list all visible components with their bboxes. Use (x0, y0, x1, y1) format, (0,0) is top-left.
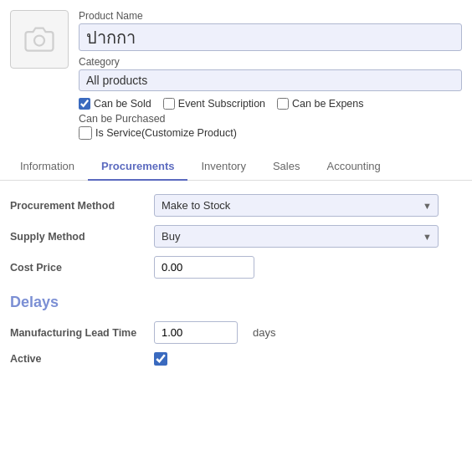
can-be-purchased-label: Can be Purchased (79, 113, 462, 125)
can-be-purchased-row: Can be Purchased Is Service(Customize Pr… (79, 113, 462, 140)
procurement-method-select[interactable]: Make to Stock Make to Order (154, 194, 439, 217)
can-be-expense-label: Can be Expens (292, 98, 363, 110)
is-service-checkbox-item[interactable]: Is Service(Customize Product) (79, 126, 462, 140)
delays-title: Delays (10, 294, 462, 311)
product-fields: Product Name Category Can be Sold Event … (79, 10, 462, 140)
is-service-checkbox[interactable] (79, 126, 92, 140)
days-label: days (253, 326, 275, 339)
tabs-bar: Information Procurements Inventory Sales… (0, 153, 472, 181)
cost-price-input[interactable] (154, 256, 254, 279)
cost-price-label: Cost Price (10, 262, 144, 274)
supply-method-select-wrapper: Buy Produce Resupply ▼ (154, 225, 439, 248)
category-input[interactable] (79, 69, 462, 91)
mlt-row: Manufacturing Lead Time days (10, 321, 462, 344)
tab-accounting[interactable]: Accounting (313, 153, 393, 181)
active-label: Active (10, 353, 144, 365)
svg-point-0 (34, 36, 44, 46)
cost-price-row: Cost Price (10, 256, 462, 279)
product-name-input[interactable] (79, 23, 462, 51)
mlt-input[interactable] (154, 321, 238, 344)
tab-information[interactable]: Information (7, 153, 88, 181)
is-service-label: Is Service(Customize Product) (95, 127, 237, 139)
event-subscription-checkbox-item[interactable]: Event Subscription (163, 98, 265, 110)
tab-inventory[interactable]: Inventory (187, 153, 259, 181)
event-subscription-label: Event Subscription (178, 98, 265, 110)
procurement-method-label: Procurement Method (10, 200, 144, 212)
delays-section: Delays Manufacturing Lead Time days Acti… (10, 294, 462, 366)
can-be-expense-checkbox[interactable] (277, 98, 289, 110)
supply-method-row: Supply Method Buy Produce Resupply ▼ (10, 225, 462, 248)
event-subscription-checkbox[interactable] (163, 98, 175, 110)
tab-content-procurements: Procurement Method Make to Stock Make to… (0, 181, 472, 387)
mlt-label: Manufacturing Lead Time (10, 327, 144, 339)
product-image (10, 10, 69, 69)
procurement-method-select-wrapper: Make to Stock Make to Order ▼ (154, 194, 439, 217)
can-be-sold-label: Can be Sold (94, 98, 151, 110)
active-row: Active (10, 352, 462, 366)
can-be-expense-checkbox-item[interactable]: Can be Expens (277, 98, 363, 110)
procurement-method-row: Procurement Method Make to Stock Make to… (10, 194, 462, 217)
product-header: Product Name Category Can be Sold Event … (0, 0, 472, 146)
product-name-label: Product Name (79, 10, 462, 22)
active-checkbox[interactable] (154, 352, 167, 366)
category-label: Category (79, 56, 462, 68)
tab-sales[interactable]: Sales (259, 153, 314, 181)
can-be-sold-checkbox[interactable] (79, 98, 90, 110)
supply-method-select[interactable]: Buy Produce Resupply (154, 225, 439, 248)
checkboxes-row: Can be Sold Event Subscription Can be Ex… (79, 98, 462, 110)
supply-method-label: Supply Method (10, 231, 144, 243)
can-be-sold-checkbox-item[interactable]: Can be Sold (79, 98, 151, 110)
tab-procurements[interactable]: Procurements (88, 153, 187, 181)
camera-icon (24, 24, 54, 54)
